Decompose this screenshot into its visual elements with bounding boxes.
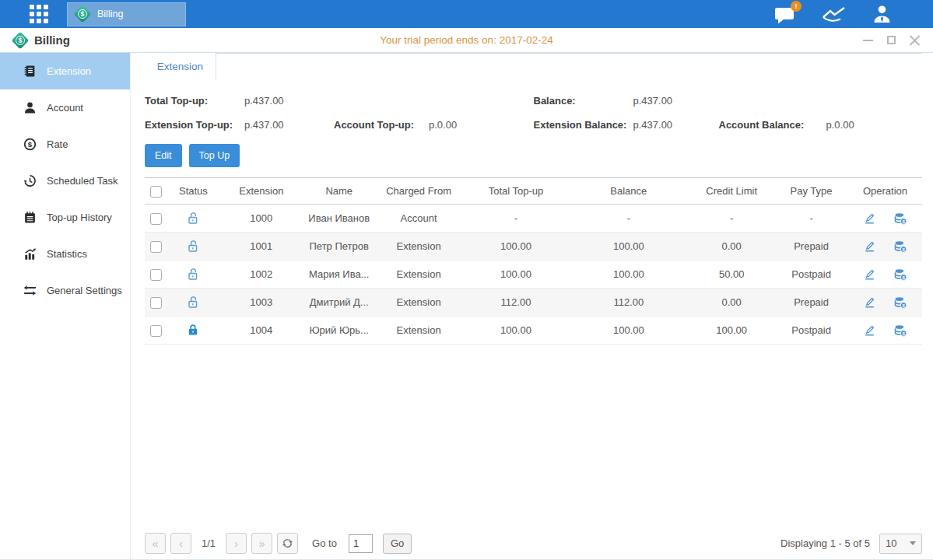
credit-limit-cell: 0.00 [689,233,774,261]
previous-page-button[interactable]: ‹ [170,533,191,554]
row-checkbox[interactable] [150,325,162,337]
top-up-row-icon[interactable]: $ [893,240,907,253]
pay-type-cell: Prepaid [774,233,848,261]
edit-row-icon[interactable] [863,296,876,309]
charged-from-cell: Extension [374,289,464,317]
displaying-text: Displaying 1 - 5 of 5 [780,537,870,549]
window-controls [862,34,921,46]
page-indicator: 1/1 [202,537,216,549]
header-total-topup: Total Top-up [464,178,569,205]
balance-cell: 112.00 [568,289,689,317]
row-checkbox[interactable] [150,269,162,281]
status-cell [168,233,219,261]
trial-notice: Your trial period ends on: 2017-02-24 [0,34,933,46]
messages-icon[interactable]: ! [773,5,796,24]
sidebar-item-rate[interactable]: $ Rate [0,126,130,163]
select-all-checkbox[interactable] [150,186,162,198]
taskbar-item-billing[interactable]: $ Billing [67,2,186,26]
taskbar-item-label: Billing [97,9,123,19]
status-cell [168,205,219,233]
first-page-button[interactable]: « [145,533,166,554]
next-page-button[interactable]: › [226,533,247,554]
status-cell [168,317,219,345]
balance-cell: 100.00 [568,233,689,261]
edit-button[interactable]: Edit [145,144,182,167]
billing-app-icon: $ [75,6,90,22]
row-checkbox[interactable] [150,213,162,225]
sidebar-item-scheduled-task[interactable]: Scheduled Task [0,163,130,199]
table-row[interactable]: 1001 Петр Петров Extension 100.00 100.00… [145,233,922,261]
extensions-table: Status Extension Name Charged From Total… [145,177,922,345]
minimize-icon[interactable] [862,34,874,46]
summary-right-column: Balance: p.437.00 Extension Balance: p.4… [534,89,923,137]
table-row[interactable]: 1000 Иван Иванов Account - - - - $ [145,205,922,233]
sidebar-item-label: Scheduled Task [47,175,118,187]
charged-from-cell: Extension [374,317,464,345]
top-up-row-icon[interactable]: $ [893,324,907,337]
edit-row-icon[interactable] [863,240,876,253]
statistics-chart-icon[interactable] [821,5,847,23]
page-size-select[interactable]: 10 [879,534,922,554]
balance-cell: 100.00 [568,261,689,289]
sidebar-item-label: General Settings [47,285,122,296]
row-checkbox[interactable] [150,241,162,253]
total-topup-cell: 100.00 [464,261,569,289]
topup-history-icon [23,211,37,224]
total-topup-label: Total Top-up: [145,95,244,107]
pay-type-cell: Postpaid [774,261,848,289]
extension-cell: 1004 [219,317,304,345]
notification-badge: ! [791,1,801,12]
edit-row-icon[interactable] [863,212,876,225]
maximize-icon[interactable] [886,34,897,46]
go-button[interactable]: Go [383,534,412,554]
close-icon[interactable] [909,34,921,46]
refresh-button[interactable] [277,533,298,554]
name-cell: Юрий Юрь... [304,317,374,345]
app-launcher-icon[interactable] [30,5,48,23]
extension-cell: 1001 [219,233,304,261]
rate-icon: $ [23,138,37,151]
window-content: Extension Account $ Rate Scheduled Task [0,53,933,560]
user-account-icon[interactable] [872,4,893,24]
header-credit-limit: Credit Limit [689,178,774,205]
top-up-row-icon[interactable]: $ [893,212,907,225]
status-cell [168,289,219,317]
sidebar-item-topup-history[interactable]: Top-up History [0,199,130,236]
dollar-glyph: $ [78,9,87,19]
header-pay-type: Pay Type [774,178,848,205]
charged-from-cell: Extension [374,261,464,289]
sidebar-item-statistics[interactable]: Statistics [0,236,130,272]
name-cell: Дмитрий Д... [304,289,374,317]
unlocked-icon [187,212,199,225]
extension-balance-label: Extension Balance: [534,119,633,131]
extension-topup-value: p.437.00 [244,119,334,131]
table-footer: « ‹ 1/1 › » Go to Go Displaying 1 - 5 of… [145,533,922,554]
sidebar-item-account[interactable]: Account [0,89,130,126]
table-row[interactable]: 1003 Дмитрий Д... Extension 112.00 112.0… [145,289,922,317]
sidebar-item-extension[interactable]: Extension [0,53,130,89]
account-icon [23,101,37,114]
table-row[interactable]: 1002 Мария Ива... Extension 100.00 100.0… [145,261,922,289]
sidebar-item-label: Rate [47,138,68,150]
tab-extension[interactable]: Extension [145,53,216,79]
table-row[interactable]: 1004 Юрий Юрь... Extension 100.00 100.00… [145,317,922,345]
extension-icon [23,65,37,78]
main-panel: Extension Total Top-up: p.437.00 Extensi… [131,53,933,559]
credit-limit-cell: 0.00 [689,289,774,317]
edit-row-icon[interactable] [863,324,876,337]
total-topup-cell: - [464,205,569,233]
page-size-value: 10 [886,537,896,549]
scheduled-task-icon [23,174,37,187]
edit-row-icon[interactable] [863,268,876,281]
pay-type-cell: Prepaid [774,289,848,317]
goto-page-input[interactable] [349,534,373,553]
top-up-row-icon[interactable]: $ [893,268,907,281]
top-up-row-icon[interactable]: $ [893,296,907,309]
last-page-button[interactable]: » [251,533,272,554]
general-settings-icon [23,284,37,297]
sidebar-item-general-settings[interactable]: General Settings [0,272,130,309]
top-up-button[interactable]: Top Up [189,144,240,167]
sidebar-item-label: Extension [47,65,91,77]
row-checkbox[interactable] [150,297,162,309]
pay-type-cell: - [774,205,848,233]
